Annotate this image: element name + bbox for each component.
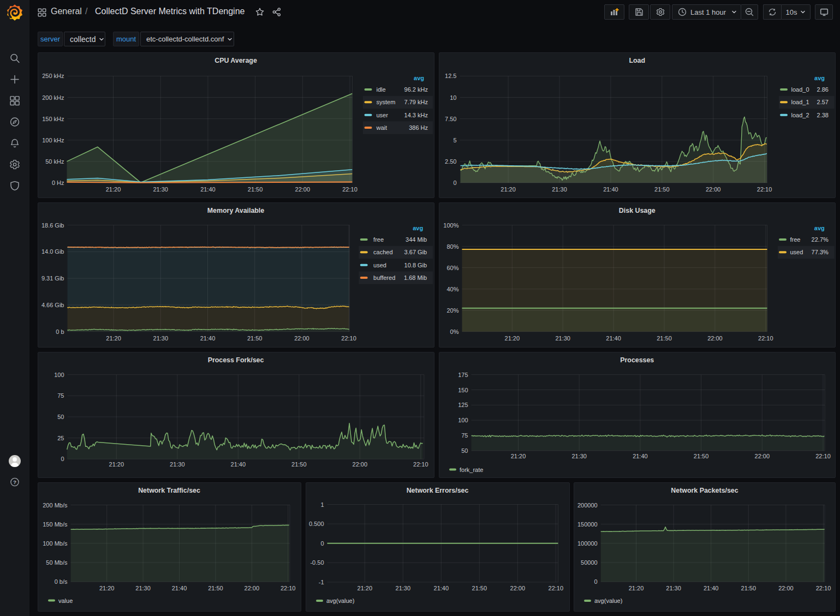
svg-text:0: 0 xyxy=(594,578,598,585)
svg-text:77.3%: 77.3% xyxy=(811,249,828,255)
svg-text:system: system xyxy=(376,99,395,105)
svg-text:0.500: 0.500 xyxy=(308,521,324,527)
svg-text:96.2 kHz: 96.2 kHz xyxy=(404,86,427,93)
svg-text:3.67 Gib: 3.67 Gib xyxy=(404,249,427,255)
svg-text:-0.50: -0.50 xyxy=(310,559,324,566)
svg-text:0 b/s: 0 b/s xyxy=(54,578,67,585)
svg-text:1: 1 xyxy=(320,501,324,508)
svg-text:200 Mb/s: 200 Mb/s xyxy=(43,502,68,509)
svg-text:14.0 Gib: 14.0 Gib xyxy=(41,248,64,255)
svg-text:9.31 Gib: 9.31 Gib xyxy=(41,275,64,282)
svg-text:free: free xyxy=(790,236,800,243)
svg-text:22:00: 22:00 xyxy=(510,585,525,591)
svg-text:21:20: 21:20 xyxy=(105,186,121,193)
svg-text:22.7%: 22.7% xyxy=(811,236,828,243)
svg-text:21:40: 21:40 xyxy=(633,453,648,459)
svg-text:5: 5 xyxy=(453,137,456,143)
svg-text:0: 0 xyxy=(453,180,456,186)
svg-text:22:00: 22:00 xyxy=(294,335,309,342)
svg-text:150: 150 xyxy=(458,387,468,393)
svg-text:22:00: 22:00 xyxy=(295,186,310,193)
svg-text:50 Mb/s: 50 Mb/s xyxy=(46,559,68,566)
svg-text:150000: 150000 xyxy=(577,521,598,528)
svg-text:21:20: 21:20 xyxy=(501,186,516,193)
svg-text:22:10: 22:10 xyxy=(341,335,356,342)
svg-text:21:50: 21:50 xyxy=(472,585,487,591)
svg-text:344 Mib: 344 Mib xyxy=(406,236,427,243)
svg-text:wait: wait xyxy=(376,124,387,131)
svg-text:21:20: 21:20 xyxy=(99,585,114,591)
svg-text:21:40: 21:40 xyxy=(200,335,215,342)
svg-text:avg: avg xyxy=(414,75,424,81)
svg-text:used: used xyxy=(373,262,386,268)
svg-text:free: free xyxy=(373,236,384,243)
svg-text:0: 0 xyxy=(320,540,324,547)
svg-text:50 kHz: 50 kHz xyxy=(45,158,64,165)
svg-text:50: 50 xyxy=(57,414,64,420)
svg-text:21:20: 21:20 xyxy=(106,335,121,342)
svg-text:21:30: 21:30 xyxy=(153,186,168,193)
svg-text:21:40: 21:40 xyxy=(171,585,187,591)
svg-text:load_2: load_2 xyxy=(791,112,809,118)
svg-text:4.66 Gib: 4.66 Gib xyxy=(41,302,64,308)
svg-text:12.5: 12.5 xyxy=(445,73,456,79)
svg-text:7.50: 7.50 xyxy=(445,116,456,122)
svg-text:22:00: 22:00 xyxy=(754,453,770,459)
svg-text:18.6 Gib: 18.6 Gib xyxy=(41,222,64,229)
svg-text:100%: 100% xyxy=(443,222,458,229)
svg-text:25: 25 xyxy=(57,435,64,441)
svg-text:21:20: 21:20 xyxy=(357,585,372,591)
svg-text:21:30: 21:30 xyxy=(170,461,185,468)
svg-text:50: 50 xyxy=(461,447,468,454)
svg-text:22:10: 22:10 xyxy=(758,335,773,342)
svg-text:21:50: 21:50 xyxy=(291,461,307,468)
svg-text:-1: -1 xyxy=(318,579,324,585)
svg-text:21:40: 21:40 xyxy=(230,461,246,468)
svg-text:21:40: 21:40 xyxy=(433,585,449,591)
svg-text:150 Mb/s: 150 Mb/s xyxy=(43,521,68,528)
svg-text:250 kHz: 250 kHz xyxy=(42,73,64,79)
svg-text:21:50: 21:50 xyxy=(657,335,672,342)
svg-text:21:30: 21:30 xyxy=(666,585,681,591)
svg-text:21:30: 21:30 xyxy=(571,453,587,459)
svg-text:80%: 80% xyxy=(446,243,458,250)
svg-text:21:30: 21:30 xyxy=(555,335,570,342)
svg-text:150 kHz: 150 kHz xyxy=(42,116,64,122)
svg-text:avg(value): avg(value) xyxy=(326,597,354,604)
svg-text:200 kHz: 200 kHz xyxy=(42,94,64,101)
svg-text:idle: idle xyxy=(376,86,385,93)
svg-text:100: 100 xyxy=(54,372,64,378)
svg-text:22:10: 22:10 xyxy=(548,585,563,591)
svg-text:0 Hz: 0 Hz xyxy=(51,180,64,186)
svg-text:100 kHz: 100 kHz xyxy=(42,137,64,143)
svg-text:21:40: 21:40 xyxy=(200,186,216,193)
svg-text:60%: 60% xyxy=(446,265,458,271)
svg-text:21:30: 21:30 xyxy=(135,585,151,591)
svg-text:175: 175 xyxy=(458,372,468,378)
svg-text:10: 10 xyxy=(450,94,456,101)
svg-text:fork_rate: fork_rate xyxy=(460,467,483,473)
svg-text:avg: avg xyxy=(814,75,825,81)
svg-text:2.86: 2.86 xyxy=(817,86,828,93)
svg-text:22:10: 22:10 xyxy=(756,186,772,193)
svg-text:75: 75 xyxy=(57,392,64,399)
svg-text:1.68 Mib: 1.68 Mib xyxy=(403,274,426,281)
svg-text:22:10: 22:10 xyxy=(816,585,831,591)
svg-text:22:10: 22:10 xyxy=(815,453,831,459)
svg-text:22:10: 22:10 xyxy=(413,461,428,468)
svg-text:21:20: 21:20 xyxy=(109,461,124,468)
svg-text:0 b: 0 b xyxy=(56,328,64,335)
svg-text:0: 0 xyxy=(61,456,64,462)
svg-text:21:40: 21:40 xyxy=(603,186,618,193)
svg-text:14.3 kHz: 14.3 kHz xyxy=(404,112,427,118)
svg-text:avg: avg xyxy=(814,225,824,231)
svg-text:21:20: 21:20 xyxy=(629,585,644,591)
svg-text:21:20: 21:20 xyxy=(510,453,526,459)
svg-text:cached: cached xyxy=(373,249,392,255)
svg-text:load_0: load_0 xyxy=(791,86,809,93)
svg-text:100 Mb/s: 100 Mb/s xyxy=(43,540,68,547)
svg-text:40%: 40% xyxy=(446,286,458,292)
svg-text:21:30: 21:30 xyxy=(395,585,410,591)
svg-text:2.50: 2.50 xyxy=(445,158,456,165)
svg-text:125: 125 xyxy=(458,402,468,408)
